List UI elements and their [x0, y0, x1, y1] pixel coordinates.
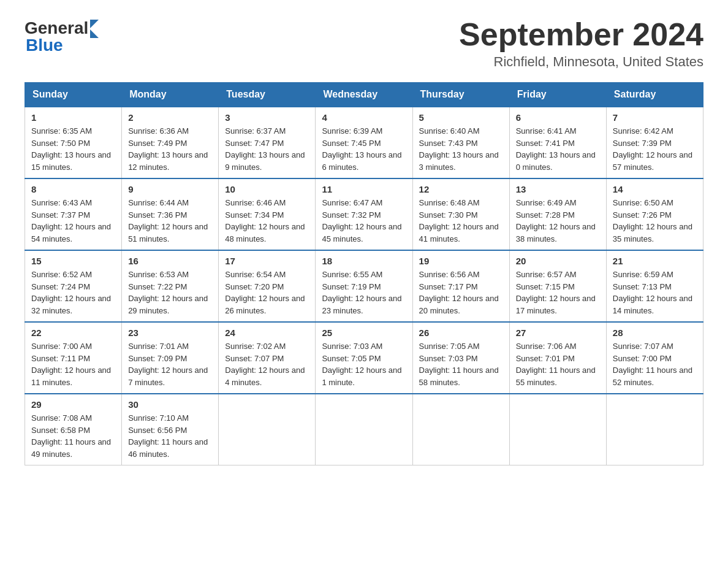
day-number: 4 — [322, 112, 406, 123]
day-detail: Sunrise: 7:01 AMSunset: 7:09 PMDaylight:… — [128, 342, 208, 387]
day-detail: Sunrise: 6:47 AMSunset: 7:32 PMDaylight:… — [322, 198, 401, 243]
day-detail: Sunrise: 7:07 AMSunset: 7:00 PMDaylight:… — [613, 342, 692, 387]
calendar-week-row: 15 Sunrise: 6:52 AMSunset: 7:24 PMDaylig… — [25, 250, 703, 322]
calendar-cell: 4 Sunrise: 6:39 AMSunset: 7:45 PMDayligh… — [316, 107, 412, 178]
day-number: 14 — [613, 184, 697, 194]
day-detail: Sunrise: 6:43 AMSunset: 7:37 PMDaylight:… — [31, 198, 111, 243]
logo: General Blue — [25, 18, 99, 55]
day-detail: Sunrise: 7:00 AMSunset: 7:11 PMDaylight:… — [31, 342, 111, 387]
calendar-cell: 26 Sunrise: 7:05 AMSunset: 7:03 PMDaylig… — [412, 322, 509, 394]
day-detail: Sunrise: 6:53 AMSunset: 7:22 PMDaylight:… — [128, 270, 208, 315]
calendar-cell: 19 Sunrise: 6:56 AMSunset: 7:17 PMDaylig… — [412, 250, 509, 322]
location-title: Richfield, Minnesota, United States — [459, 54, 703, 70]
day-number: 6 — [516, 112, 600, 123]
day-detail: Sunrise: 6:36 AMSunset: 7:49 PMDaylight:… — [128, 126, 208, 172]
calendar-cell: 22 Sunrise: 7:00 AMSunset: 7:11 PMDaylig… — [25, 322, 122, 394]
day-detail: Sunrise: 6:40 AMSunset: 7:43 PMDaylight:… — [419, 126, 499, 172]
day-number: 18 — [322, 256, 406, 266]
day-number: 3 — [225, 112, 309, 123]
calendar-cell: 10 Sunrise: 6:46 AMSunset: 7:34 PMDaylig… — [219, 178, 316, 250]
day-detail: Sunrise: 6:50 AMSunset: 7:26 PMDaylight:… — [613, 198, 692, 243]
calendar-cell: 27 Sunrise: 7:06 AMSunset: 7:01 PMDaylig… — [509, 322, 606, 394]
day-detail: Sunrise: 6:44 AMSunset: 7:36 PMDaylight:… — [128, 198, 208, 243]
day-detail: Sunrise: 6:55 AMSunset: 7:19 PMDaylight:… — [322, 270, 401, 315]
calendar-cell: 3 Sunrise: 6:37 AMSunset: 7:47 PMDayligh… — [219, 107, 316, 178]
calendar-cell: 28 Sunrise: 7:07 AMSunset: 7:00 PMDaylig… — [606, 322, 703, 394]
calendar-cell: 21 Sunrise: 6:59 AMSunset: 7:13 PMDaylig… — [606, 250, 703, 322]
day-number: 10 — [225, 184, 309, 194]
day-detail: Sunrise: 6:54 AMSunset: 7:20 PMDaylight:… — [225, 270, 305, 315]
day-detail: Sunrise: 6:39 AMSunset: 7:45 PMDaylight:… — [322, 126, 401, 172]
day-detail: Sunrise: 6:59 AMSunset: 7:13 PMDaylight:… — [613, 270, 692, 315]
col-monday: Monday — [122, 83, 219, 107]
day-number: 20 — [516, 256, 600, 266]
calendar-cell — [509, 394, 606, 465]
day-number: 19 — [419, 256, 503, 266]
col-sunday: Sunday — [25, 83, 122, 107]
calendar-cell: 18 Sunrise: 6:55 AMSunset: 7:19 PMDaylig… — [316, 250, 412, 322]
title-section: September 2024 Richfield, Minnesota, Uni… — [459, 18, 703, 70]
calendar-cell — [316, 394, 412, 465]
day-number: 5 — [419, 112, 503, 123]
calendar-cell: 13 Sunrise: 6:49 AMSunset: 7:28 PMDaylig… — [509, 178, 606, 250]
calendar-cell: 1 Sunrise: 6:35 AMSunset: 7:50 PMDayligh… — [25, 107, 122, 178]
day-number: 16 — [128, 256, 212, 266]
day-detail: Sunrise: 6:57 AMSunset: 7:15 PMDaylight:… — [516, 270, 596, 315]
calendar-cell: 29 Sunrise: 7:08 AMSunset: 6:58 PMDaylig… — [25, 394, 122, 465]
day-detail: Sunrise: 7:03 AMSunset: 7:05 PMDaylight:… — [322, 342, 401, 387]
calendar-cell: 17 Sunrise: 6:54 AMSunset: 7:20 PMDaylig… — [219, 250, 316, 322]
day-number: 24 — [225, 327, 309, 338]
day-detail: Sunrise: 7:02 AMSunset: 7:07 PMDaylight:… — [225, 342, 305, 387]
day-detail: Sunrise: 6:42 AMSunset: 7:39 PMDaylight:… — [613, 126, 692, 172]
month-title: September 2024 — [459, 18, 703, 50]
calendar-cell: 8 Sunrise: 6:43 AMSunset: 7:37 PMDayligh… — [25, 178, 122, 250]
day-number: 22 — [31, 327, 115, 338]
calendar-cell — [219, 394, 316, 465]
page-header: General Blue September 2024 Richfield, M… — [25, 18, 703, 70]
day-number: 17 — [225, 256, 309, 266]
calendar-cell — [606, 394, 703, 465]
calendar-cell: 14 Sunrise: 6:50 AMSunset: 7:26 PMDaylig… — [606, 178, 703, 250]
calendar-cell: 11 Sunrise: 6:47 AMSunset: 7:32 PMDaylig… — [316, 178, 412, 250]
day-number: 8 — [31, 184, 115, 194]
day-number: 25 — [322, 327, 406, 338]
calendar-cell: 7 Sunrise: 6:42 AMSunset: 7:39 PMDayligh… — [606, 107, 703, 178]
day-number: 15 — [31, 256, 115, 266]
logo-blue-text: Blue — [26, 36, 63, 55]
col-wednesday: Wednesday — [316, 83, 412, 107]
day-detail: Sunrise: 7:08 AMSunset: 6:58 PMDaylight:… — [31, 413, 111, 459]
day-number: 11 — [322, 184, 406, 194]
calendar-cell: 30 Sunrise: 7:10 AMSunset: 6:56 PMDaylig… — [122, 394, 219, 465]
calendar-cell: 12 Sunrise: 6:48 AMSunset: 7:30 PMDaylig… — [412, 178, 509, 250]
day-number: 9 — [128, 184, 212, 194]
day-detail: Sunrise: 7:06 AMSunset: 7:01 PMDaylight:… — [516, 342, 596, 387]
day-detail: Sunrise: 6:56 AMSunset: 7:17 PMDaylight:… — [419, 270, 499, 315]
day-number: 2 — [128, 112, 212, 123]
day-number: 27 — [516, 327, 600, 338]
col-friday: Friday — [509, 83, 606, 107]
calendar-cell — [412, 394, 509, 465]
day-number: 30 — [128, 399, 212, 410]
calendar-header-row: Sunday Monday Tuesday Wednesday Thursday… — [25, 83, 703, 107]
col-tuesday: Tuesday — [219, 83, 316, 107]
day-number: 21 — [613, 256, 697, 266]
day-number: 7 — [613, 112, 697, 123]
day-detail: Sunrise: 6:49 AMSunset: 7:28 PMDaylight:… — [516, 198, 596, 243]
calendar-cell: 24 Sunrise: 7:02 AMSunset: 7:07 PMDaylig… — [219, 322, 316, 394]
day-number: 12 — [419, 184, 503, 194]
calendar-cell: 15 Sunrise: 6:52 AMSunset: 7:24 PMDaylig… — [25, 250, 122, 322]
day-detail: Sunrise: 7:10 AMSunset: 6:56 PMDaylight:… — [128, 413, 208, 459]
day-detail: Sunrise: 6:52 AMSunset: 7:24 PMDaylight:… — [31, 270, 111, 315]
day-number: 29 — [31, 399, 115, 410]
day-detail: Sunrise: 7:05 AMSunset: 7:03 PMDaylight:… — [419, 342, 499, 387]
col-saturday: Saturday — [606, 83, 703, 107]
calendar-cell: 5 Sunrise: 6:40 AMSunset: 7:43 PMDayligh… — [412, 107, 509, 178]
calendar-cell: 16 Sunrise: 6:53 AMSunset: 7:22 PMDaylig… — [122, 250, 219, 322]
day-number: 23 — [128, 327, 212, 338]
calendar-table: Sunday Monday Tuesday Wednesday Thursday… — [25, 82, 703, 465]
calendar-week-row: 29 Sunrise: 7:08 AMSunset: 6:58 PMDaylig… — [25, 394, 703, 465]
calendar-cell: 2 Sunrise: 6:36 AMSunset: 7:49 PMDayligh… — [122, 107, 219, 178]
day-number: 28 — [613, 327, 697, 338]
day-detail: Sunrise: 6:41 AMSunset: 7:41 PMDaylight:… — [516, 126, 596, 172]
day-number: 26 — [419, 327, 503, 338]
